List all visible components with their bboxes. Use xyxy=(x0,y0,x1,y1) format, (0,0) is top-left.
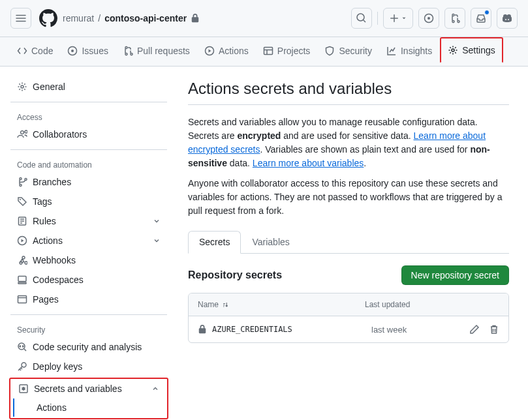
divider xyxy=(10,314,167,315)
sidebar-subitem-actions[interactable]: Actions xyxy=(13,398,166,417)
tab-settings[interactable]: Settings xyxy=(440,37,503,63)
tab-pull-requests[interactable]: Pull requests xyxy=(116,39,196,64)
row-actions xyxy=(469,324,499,335)
table-row: AZURE_CREDENTIALS last week xyxy=(189,316,508,342)
tab-projects[interactable]: Projects xyxy=(256,39,317,64)
mark-github-icon xyxy=(39,9,57,27)
svg-point-3 xyxy=(71,50,74,52)
svg-point-6 xyxy=(452,49,454,52)
svg-point-8 xyxy=(20,199,21,200)
copilot-button[interactable] xyxy=(497,8,518,29)
sidebar-item-branches[interactable]: Branches xyxy=(10,172,167,192)
secret-name-cell: AZURE_CREDENTIALS xyxy=(198,325,371,334)
tab-label: Projects xyxy=(277,46,311,56)
repo-nav: Code Issues Pull requests Actions Projec… xyxy=(0,37,528,67)
sidebar-item-pages[interactable]: Pages xyxy=(10,290,167,309)
tab-label: Pull requests xyxy=(137,46,190,56)
sidebar-item-label: Deploy keys xyxy=(33,361,82,372)
topbar-actions xyxy=(351,8,518,29)
notifications-button[interactable] xyxy=(471,8,491,29)
triangle-down-icon xyxy=(401,15,407,22)
tab-security[interactable]: Security xyxy=(318,39,379,64)
sidebar-item-collaborators[interactable]: Collaborators xyxy=(10,125,167,144)
sidebar-item-rules[interactable]: Rules xyxy=(10,211,167,231)
tab-code[interactable]: Code xyxy=(10,39,59,64)
sidebar-item-general[interactable]: General xyxy=(10,77,167,97)
people-icon xyxy=(17,129,27,140)
issues-global-button[interactable] xyxy=(418,8,439,29)
tab-actions[interactable]: Actions xyxy=(198,39,255,64)
divider xyxy=(10,102,167,102)
breadcrumb-separator: / xyxy=(98,13,101,23)
svg-rect-12 xyxy=(18,282,26,284)
sidebar-item-codespaces[interactable]: Codespaces xyxy=(10,270,167,290)
tab-label: Actions xyxy=(219,46,249,56)
trash-icon xyxy=(489,324,499,335)
hamburger-menu-button[interactable] xyxy=(10,8,31,29)
play-icon xyxy=(17,235,27,246)
secret-updated-cell: last week xyxy=(371,325,469,335)
sidebar-item-label: Rules xyxy=(33,216,56,226)
chevron-down-icon xyxy=(153,217,161,225)
sort-icon xyxy=(221,301,229,308)
tab-secrets[interactable]: Secrets xyxy=(188,231,241,254)
tab-insights[interactable]: Insights xyxy=(380,39,439,64)
inbox-icon xyxy=(476,13,486,23)
gear-icon xyxy=(448,45,458,55)
tab-label: Issues xyxy=(82,46,108,56)
new-repository-secret-button[interactable]: New repository secret xyxy=(401,265,509,285)
breadcrumb: remurat / contoso-api-center xyxy=(63,13,200,23)
divider xyxy=(377,12,378,25)
sidebar-item-code-security[interactable]: Code security and analysis xyxy=(10,337,167,357)
sidebar-item-tags[interactable]: Tags xyxy=(10,192,167,211)
codescan-icon xyxy=(17,342,27,352)
sidebar-item-label: Pages xyxy=(33,294,59,305)
webhook-icon xyxy=(17,255,27,265)
pulls-global-button[interactable] xyxy=(444,8,465,29)
sidebar-item-webhooks[interactable]: Webhooks xyxy=(10,250,167,270)
section-header: Repository secrets New repository secret xyxy=(188,265,509,285)
sidebar-item-label: General xyxy=(33,82,65,92)
sidebar-item-label: Collaborators xyxy=(33,129,87,140)
tab-label: Code xyxy=(31,46,53,56)
sidebar-heading-code: Code and automation xyxy=(10,155,167,172)
tab-variables[interactable]: Variables xyxy=(241,231,300,253)
chevron-down-icon xyxy=(153,237,161,245)
svg-rect-5 xyxy=(264,48,272,55)
code-icon xyxy=(17,46,27,56)
secrets-variables-tabs: Secrets Variables xyxy=(188,231,509,254)
shield-icon xyxy=(324,46,335,56)
browser-icon xyxy=(17,294,27,305)
breadcrumb-owner[interactable]: remurat xyxy=(63,13,94,23)
issue-opened-icon xyxy=(424,13,434,23)
tab-issues[interactable]: Issues xyxy=(61,39,114,64)
edit-secret-button[interactable] xyxy=(469,324,480,335)
tab-label: Insights xyxy=(401,46,432,56)
svg-rect-13 xyxy=(18,296,27,303)
table-icon xyxy=(263,46,273,56)
tab-label: Settings xyxy=(462,45,495,55)
sidebar-item-secrets-variables[interactable]: Secrets and variables xyxy=(12,379,166,398)
sidebar-item-label: Tags xyxy=(33,196,52,207)
link-variables[interactable]: Learn more about variables xyxy=(253,158,364,168)
page-title: Actions secrets and variables xyxy=(188,80,509,105)
create-new-button[interactable] xyxy=(383,8,413,29)
settings-sidebar: General Access Collaborators Code and au… xyxy=(0,67,172,420)
sidebar-item-label: Branches xyxy=(33,177,71,187)
play-icon xyxy=(204,46,215,56)
search-button[interactable] xyxy=(351,8,372,29)
github-logo[interactable] xyxy=(39,9,57,27)
breadcrumb-repo[interactable]: contoso-api-center xyxy=(104,13,187,23)
delete-secret-button[interactable] xyxy=(489,324,499,335)
divider xyxy=(10,149,167,150)
tab-label: Security xyxy=(339,46,372,56)
column-header-name[interactable]: Name xyxy=(198,300,365,309)
three-bars-icon xyxy=(16,13,26,23)
column-header-updated: Last updated xyxy=(365,300,463,309)
tag-icon xyxy=(17,196,27,207)
description-paragraph: Secrets and variables allow you to manag… xyxy=(188,115,509,170)
sidebar-item-actions[interactable]: Actions xyxy=(10,231,167,250)
sidebar-item-label: Codespaces xyxy=(33,275,84,285)
sidebar-item-deploy-keys[interactable]: Deploy keys xyxy=(10,357,167,376)
pencil-icon xyxy=(469,324,480,335)
